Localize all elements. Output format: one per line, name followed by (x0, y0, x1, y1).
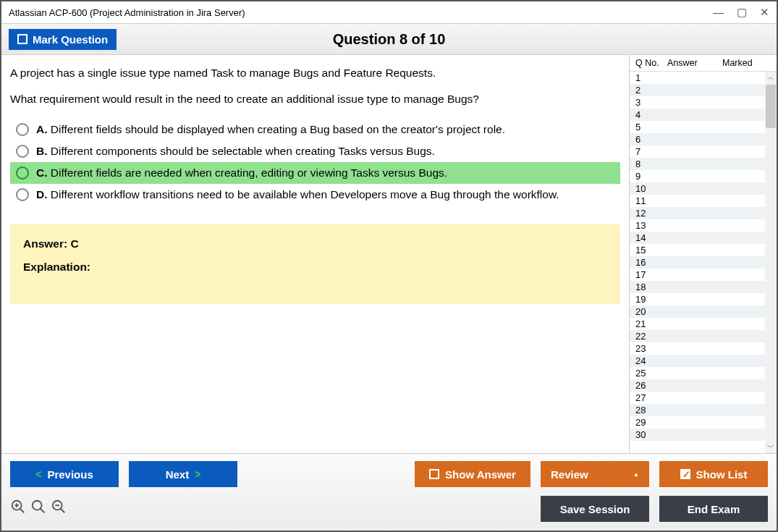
question-list-row[interactable]: 14 (630, 232, 765, 244)
row-number: 27 (635, 392, 667, 403)
row-number: 30 (635, 429, 667, 440)
option-text: C. Different fields are needed when crea… (36, 166, 447, 180)
question-list-row[interactable]: 5 (630, 121, 765, 133)
row-number: 1 (635, 72, 667, 83)
row-number: 16 (635, 257, 667, 268)
footer: < Previous Next > Show Answer Review ▲ S… (1, 453, 777, 531)
show-list-button[interactable]: Show List (659, 461, 768, 487)
question-list-row[interactable]: 12 (630, 207, 765, 219)
end-exam-button[interactable]: End Exam (659, 496, 768, 522)
question-list-row[interactable]: 17 (630, 269, 765, 281)
question-list-row[interactable]: 10 (630, 182, 765, 195)
question-list-row[interactable]: 19 (630, 293, 765, 305)
header-bar: Mark Question Question 8 of 10 (1, 23, 777, 55)
question-list-row[interactable]: 18 (630, 281, 765, 293)
review-label: Review (551, 468, 588, 481)
save-session-label: Save Session (560, 503, 630, 515)
row-number: 2 (635, 85, 667, 96)
question-list-row[interactable]: 8 (630, 158, 765, 170)
question-list-row[interactable]: 26 (630, 379, 765, 392)
radio-icon (16, 123, 29, 136)
question-list-row[interactable]: 7 (630, 145, 765, 158)
scroll-down-icon[interactable]: ﹀ (765, 442, 777, 453)
svg-line-1 (20, 509, 25, 513)
close-icon[interactable]: ✕ (760, 6, 769, 19)
title-bar: Atlassian ACP-600 (Project Administratio… (1, 1, 777, 23)
svg-point-4 (33, 501, 42, 510)
zoom-out-icon[interactable] (51, 499, 67, 519)
row-number: 24 (635, 355, 667, 366)
row-number: 3 (635, 97, 667, 108)
end-exam-label: End Exam (688, 503, 740, 515)
next-button[interactable]: Next > (129, 461, 237, 487)
row-number: 8 (635, 159, 667, 169)
question-list-row[interactable]: 13 (630, 219, 765, 232)
window-controls: — ▢ ✕ (713, 6, 769, 19)
row-number: 15 (635, 245, 667, 256)
question-list-row[interactable]: 24 (630, 355, 765, 367)
question-list-row[interactable]: 22 (630, 330, 765, 342)
show-list-label: Show List (696, 468, 748, 481)
question-list-row[interactable]: 29 (630, 416, 765, 428)
option-B[interactable]: B. Different components should be select… (10, 140, 620, 162)
zoom-in-icon[interactable] (10, 499, 26, 519)
radio-icon (16, 145, 29, 158)
row-number: 5 (635, 122, 667, 132)
scroll-thumb[interactable] (766, 85, 776, 128)
show-answer-button[interactable]: Show Answer (415, 461, 530, 487)
svg-line-5 (41, 509, 45, 513)
question-list-row[interactable]: 9 (630, 170, 765, 182)
zoom-reset-icon[interactable] (30, 499, 46, 519)
question-list-row[interactable]: 2 (630, 84, 765, 96)
row-number: 19 (635, 294, 667, 305)
question-list-row[interactable]: 4 (630, 109, 765, 121)
question-list-header: Q No. Answer Marked (630, 55, 777, 72)
minimize-icon[interactable]: — (713, 6, 724, 19)
question-list-body: 1234567891011121314151617181920212223242… (630, 72, 777, 453)
question-counter: Question 8 of 10 (333, 31, 446, 48)
question-text-line-1: A project has a single issue type named … (10, 67, 620, 80)
question-list-panel: Q No. Answer Marked 12345678910111213141… (629, 55, 777, 453)
dropdown-icon: ▲ (633, 471, 639, 478)
next-label: Next (166, 468, 190, 481)
explanation-label: Explanation: (23, 261, 607, 274)
row-number: 28 (635, 405, 667, 415)
row-number: 9 (635, 171, 667, 182)
question-list-row[interactable]: 21 (630, 318, 765, 330)
window-title: Atlassian ACP-600 (Project Administratio… (9, 7, 245, 18)
question-list-row[interactable]: 23 (630, 342, 765, 355)
save-session-button[interactable]: Save Session (541, 496, 649, 522)
option-text: D. Different workflow transitions need t… (36, 188, 559, 201)
mark-question-button[interactable]: Mark Question (9, 29, 117, 50)
maximize-icon[interactable]: ▢ (737, 6, 747, 19)
option-C[interactable]: C. Different fields are needed when crea… (10, 162, 620, 184)
row-number: 11 (635, 195, 667, 206)
question-list-row[interactable]: 27 (630, 392, 765, 404)
option-A[interactable]: A. Different fields should be displayed … (10, 119, 620, 140)
question-list-row[interactable]: 15 (630, 244, 765, 256)
review-button[interactable]: Review ▲ (541, 461, 649, 487)
zoom-controls (10, 499, 67, 519)
row-number: 6 (635, 134, 667, 145)
scroll-up-icon[interactable]: ︿ (765, 72, 777, 83)
question-list-row[interactable]: 28 (630, 404, 765, 416)
previous-button[interactable]: < Previous (10, 461, 119, 487)
mark-question-label: Mark Question (33, 33, 108, 46)
question-list-row[interactable]: 3 (630, 96, 765, 109)
row-number: 13 (635, 220, 667, 231)
question-panel: A project has a single issue type named … (1, 55, 629, 453)
previous-label: Previous (47, 468, 93, 481)
question-list-row[interactable]: 20 (630, 305, 765, 318)
scrollbar[interactable]: ︿ ﹀ (765, 72, 777, 453)
question-list-row[interactable]: 25 (630, 367, 765, 379)
option-text: B. Different components should be select… (36, 145, 435, 158)
question-list-row[interactable]: 11 (630, 195, 765, 207)
answer-box: Answer: C Explanation: (10, 224, 620, 304)
question-list-row[interactable]: 6 (630, 133, 765, 145)
question-list-row[interactable]: 1 (630, 72, 765, 84)
question-list-row[interactable]: 30 (630, 428, 765, 441)
option-D[interactable]: D. Different workflow transitions need t… (10, 184, 620, 206)
row-number: 25 (635, 368, 667, 379)
question-list-row[interactable]: 16 (630, 256, 765, 269)
body: A project has a single issue type named … (1, 55, 777, 453)
